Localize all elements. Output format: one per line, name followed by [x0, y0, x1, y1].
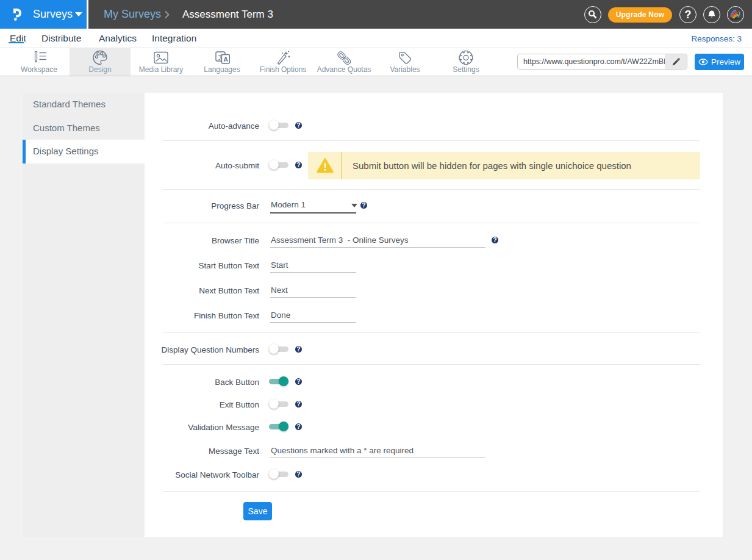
svg-text:A: A	[224, 56, 228, 63]
